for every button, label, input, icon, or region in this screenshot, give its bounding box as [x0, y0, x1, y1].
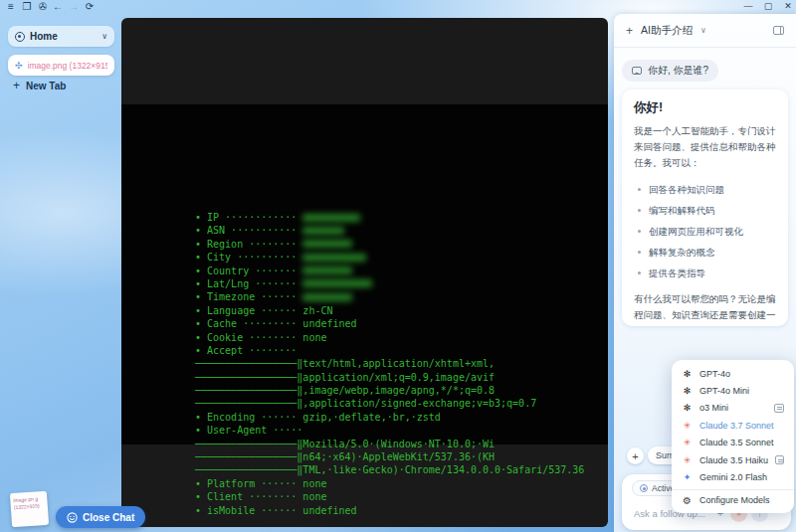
terminal-line: ─────────────────‖Mozilla/5.0·(Windows·N…: [195, 438, 584, 450]
model-menu-item-claude-3-5-haiku[interactable]: ✳Claude 3.5 Haiku: [672, 451, 794, 468]
redacted-value: [302, 214, 360, 222]
terminal-line: • Cookie ········ none: [195, 331, 584, 344]
terminal-line: • Accept ········: [195, 344, 584, 357]
model-label: Claude 3.5 Sonnet: [699, 438, 774, 447]
tab-thumbnail-note[interactable]: image.pn g (1322×915): [10, 491, 49, 527]
configure-models-item[interactable]: ⚙ Configure Models: [672, 492, 794, 509]
terminal-line: ─────────────────‖application/xml;q=0.9,…: [195, 371, 584, 384]
terminal-line: • isMobile ······ undefined: [195, 504, 584, 517]
model-menu-item-gpt-4o-mini[interactable]: ✻GPT-4o Mini: [672, 382, 794, 399]
home-label: Home: [30, 31, 97, 42]
terminal-line: • Encoding ······ gzip,·deflate,·br,·zst…: [195, 411, 584, 424]
openai-logo-icon: ✻: [682, 369, 693, 379]
assistant-bullet-list: 回答各种知识问题编写和解释代码创建网页应用和可视化解释复杂的概念提供各类指导: [636, 179, 776, 283]
terminal-line: • Language ······ zh-CN: [195, 304, 584, 317]
terminal-line: • Region ········: [195, 238, 584, 251]
model-label: Gemini 2.0 Flash: [699, 472, 767, 482]
image-tab-label: image.png (1322×915): [28, 61, 107, 71]
close-chat-label: Close Chat: [83, 512, 134, 523]
back-icon[interactable]: ←: [51, 1, 65, 12]
terminal-line: • User-Agent ·····: [195, 424, 584, 437]
redacted-value: [302, 266, 352, 274]
redacted-value: [302, 279, 372, 287]
assistant-intro: 我是一个人工智能助手，专门设计来回答问题、提供信息和帮助各种任务。我可以：: [634, 123, 776, 171]
terminal-line: ─────────────────‖text/html,application/…: [195, 357, 584, 370]
model-menu-item-claude-3-5-sonnet[interactable]: ✳Claude 3.5 Sonnet: [672, 435, 794, 451]
windows-icon[interactable]: ❐: [20, 1, 34, 12]
menu-icon[interactable]: ≡: [4, 1, 18, 12]
smiley-icon: [67, 512, 78, 523]
extension-badge-icon[interactable]: ✇: [36, 1, 50, 12]
chat-bubble-icon: [632, 67, 642, 75]
chat-title: AI助手介绍: [641, 24, 693, 38]
new-chat-icon[interactable]: +: [626, 24, 633, 38]
minimize-icon[interactable]: —: [741, 1, 755, 11]
terminal-line: • Timezone ······: [195, 290, 584, 303]
configure-models-label: Configure Models: [699, 495, 770, 505]
maximize-icon[interactable]: ▢: [761, 1, 775, 11]
terminal-line: • Platform ······ none: [195, 477, 584, 490]
chat-header: + AI助手介绍 ∨: [614, 14, 796, 48]
user-message-bubble: 你好, 你是谁?: [622, 60, 718, 82]
claude-logo-icon: ✳: [682, 421, 693, 431]
plus-icon: +: [13, 79, 20, 92]
model-label: Claude 3.7 Sonnet: [699, 421, 774, 431]
reload-icon[interactable]: ⟳: [83, 1, 97, 12]
terminal-line: ─────────────────‖TML,·like·Gecko)·Chrom…: [195, 463, 584, 476]
model-menu-item-gemini-2-0-flash[interactable]: ✦Gemini 2.0 Flash: [672, 468, 794, 485]
assistant-bullet: 编写和解释代码: [636, 200, 776, 221]
image-viewer: • IP ············ • ASN ··········· • Re…: [121, 18, 608, 527]
menu-divider: [672, 489, 794, 490]
chat-title-chevron-icon[interactable]: ∨: [700, 26, 706, 35]
new-tab-label: New Tab: [26, 81, 66, 91]
terminal-text: • IP ············ • ASN ··········· • Re…: [195, 211, 584, 517]
model-label: Claude 3.5 Haiku: [699, 455, 768, 465]
terminal-line: • IP ············: [195, 211, 584, 224]
home-target-icon: [15, 32, 25, 42]
terminal-line: ─────────────────‖,image/webp,image/apng…: [195, 384, 584, 397]
gemini-logo-icon: ✦: [682, 472, 693, 482]
model-label: o3 Mini: [699, 403, 728, 413]
terminal-line: ─────────────────‖,application/signed-ex…: [195, 397, 584, 410]
terminal-line: • Country ·······: [195, 265, 584, 277]
add-suggestion-button[interactable]: +: [627, 447, 644, 464]
model-capability-badge-icon: [775, 455, 784, 464]
terminal-line: • Lat/Lng ·······: [195, 277, 584, 290]
close-chat-button[interactable]: Close Chat: [56, 506, 145, 528]
panel-toggle-icon[interactable]: [773, 26, 784, 35]
terminal-line: • ASN ···········: [195, 224, 584, 237]
redacted-value: [302, 227, 344, 235]
forward-icon[interactable]: →: [67, 1, 81, 12]
redacted-value: [302, 240, 352, 248]
assistant-greeting: 你好!: [634, 99, 776, 116]
assistant-closing: 有什么我可以帮您的吗？无论是编程问题、知识查询还是需要创建一个简单的应用，我都很…: [634, 291, 776, 326]
close-icon[interactable]: ✕: [781, 1, 795, 11]
openai-logo-icon: ✻: [682, 403, 693, 413]
gear-icon: ⚙: [682, 495, 693, 506]
terminal-line: • Cache ········· undefined: [195, 317, 584, 330]
model-menu-item-o3-mini[interactable]: ✻o3 Mini: [672, 400, 794, 417]
model-label: GPT-4o: [699, 369, 730, 379]
model-menu-list: ✻GPT-4o✻GPT-4o Mini✻o3 Mini✳Claude 3.7 S…: [672, 365, 794, 486]
openai-logo-icon: ✻: [682, 386, 693, 396]
claude-logo-icon: ✳: [682, 455, 693, 465]
assistant-bullet: 解释复杂的概念: [636, 242, 776, 263]
image-tab-icon: ✣: [15, 61, 23, 71]
terminal-line: ─────────────────‖n64;·x64)·AppleWebKit/…: [195, 450, 584, 463]
model-label: GPT-4o Mini: [699, 386, 749, 396]
assistant-bullet: 回答各种知识问题: [636, 179, 776, 200]
assistant-bullet: 提供各类指导: [636, 263, 776, 283]
model-menu: ✻GPT-4o✻GPT-4o Mini✻o3 Mini✳Claude 3.7 S…: [672, 360, 794, 513]
sidebar-item-home[interactable]: Home ∨: [8, 26, 114, 47]
model-menu-item-claude-3-7-sonnet[interactable]: ✳Claude 3.7 Sonnet: [672, 417, 794, 434]
app-window: ≡ ❐ ✇ ← → ⟳ — ▢ ✕ Home ∨ ✣ image.png (13…: [0, 0, 796, 532]
sidebar-item-image-tab[interactable]: ✣ image.png (1322×915): [8, 55, 114, 76]
assistant-bullet: 创建网页应用和可视化: [636, 221, 776, 242]
assistant-message-card: 你好! 我是一个人工智能助手，专门设计来回答问题、提供信息和帮助各种任务。我可以…: [622, 89, 788, 326]
claude-logo-icon: ✳: [682, 438, 693, 447]
active-tab-icon: [640, 484, 648, 492]
model-menu-item-gpt-4o[interactable]: ✻GPT-4o: [672, 365, 794, 382]
screenshot-image: • IP ············ • ASN ··········· • Re…: [121, 104, 608, 444]
new-tab-button[interactable]: + New Tab: [13, 79, 66, 92]
terminal-line: • City ··········: [195, 251, 584, 264]
